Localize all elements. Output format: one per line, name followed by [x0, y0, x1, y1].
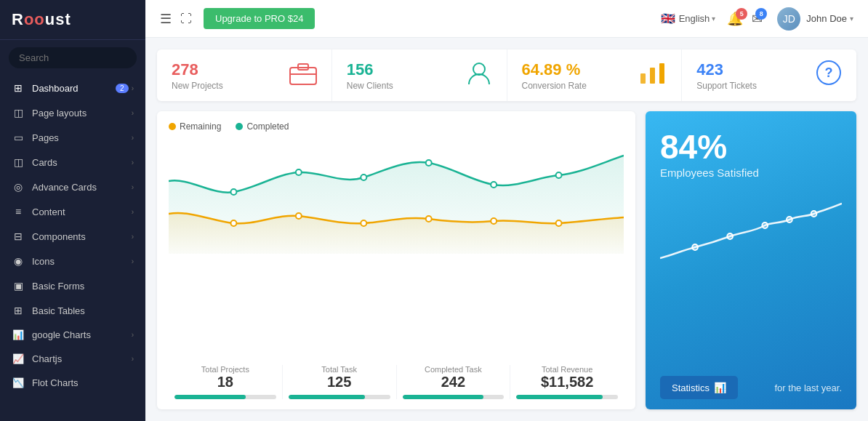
- sidebar-item-cards[interactable]: ◫ Cards ›: [0, 150, 145, 175]
- svg-rect-6: [659, 63, 664, 84]
- language-selector[interactable]: 🇬🇧 English ▾: [661, 12, 716, 25]
- stat-label: Total Revenue: [516, 365, 618, 374]
- sidebar-item-label: Page layouts: [32, 108, 132, 119]
- stat-value: 242: [403, 374, 505, 390]
- svg-point-18: [426, 216, 432, 222]
- sidebar-item-page-layouts[interactable]: ◫ Page layouts ›: [0, 100, 145, 125]
- sidebar-item-icons[interactable]: ◉ Icons ›: [0, 249, 145, 273]
- sidebar-item-content[interactable]: ≡ Content ›: [0, 199, 145, 224]
- statistics-label: Statistics: [672, 382, 710, 393]
- main-area: ☰ ⛶ Upgrade to PRO $24 🇬🇧 English ▾ 🔔 5 …: [145, 0, 868, 421]
- messages-button[interactable]: ✉ 8: [752, 11, 763, 27]
- stat-value: 278: [172, 60, 223, 79]
- stat-conversion-rate: 64.89 % Conversion Rate: [507, 49, 683, 101]
- sidebar-item-dashboard[interactable]: ⊞ Dashboard 2 ›: [0, 76, 145, 100]
- stat-value: 64.89 %: [522, 60, 587, 79]
- sidebar-item-pages[interactable]: ▭ Pages ›: [0, 125, 145, 150]
- legend-completed-label: Completed: [246, 121, 289, 132]
- svg-point-17: [361, 220, 366, 226]
- progress-fill: [516, 395, 603, 399]
- page-layouts-icon: ◫: [12, 107, 25, 119]
- svg-point-15: [230, 220, 236, 226]
- progress-bar: [174, 395, 276, 399]
- stat-total-task: Total Task 125: [283, 365, 397, 399]
- search-wrap: [0, 40, 145, 76]
- chevron-icon: ›: [132, 257, 134, 265]
- statistics-button[interactable]: Statistics 📊: [660, 376, 738, 399]
- chevron-icon: ›: [132, 233, 134, 241]
- chevron-icon: ›: [132, 208, 134, 216]
- stat-value: 18: [174, 374, 276, 390]
- avatar: JD: [777, 7, 800, 31]
- svg-point-11: [361, 175, 366, 180]
- upgrade-button[interactable]: Upgrade to PRO $24: [204, 8, 315, 29]
- conversion-rate-icon: [639, 60, 667, 90]
- satisfaction-label: Employees Satisfied: [660, 167, 842, 179]
- search-input[interactable]: [9, 47, 137, 68]
- user-menu[interactable]: JD John Doe ▾: [777, 7, 853, 31]
- sidebar-item-label: Icons: [32, 256, 132, 267]
- line-chart-svg: [169, 137, 624, 254]
- stats-row: 278 New Projects 156 New Clients: [157, 49, 856, 101]
- cards-icon: ◫: [12, 156, 25, 168]
- stat-label: Total Projects: [174, 365, 276, 374]
- expand-icon[interactable]: ⛶: [180, 12, 192, 25]
- sidebar-item-label: Advance Cards: [32, 182, 132, 193]
- svg-rect-4: [640, 73, 646, 84]
- new-clients-icon: [466, 60, 492, 91]
- svg-point-21: [692, 244, 698, 250]
- svg-point-20: [556, 220, 562, 226]
- sidebar-item-basic-forms[interactable]: ▣ Basic Forms: [0, 273, 145, 298]
- user-chevron-icon: ▾: [850, 15, 853, 23]
- chevron-icon: ›: [132, 84, 134, 92]
- sidebar-item-label: Chartjs: [32, 353, 132, 364]
- basic-forms-icon: ▣: [12, 280, 25, 292]
- stat-new-projects: 278 New Projects: [157, 49, 332, 101]
- google-charts-icon: 📊: [12, 329, 25, 340]
- sidebar-item-flot-charts[interactable]: 📉 Flot Charts: [0, 371, 145, 395]
- stat-value: $11,582: [516, 374, 618, 390]
- sidebar-item-basic-tables[interactable]: ⊞ Basic Tables: [0, 298, 145, 323]
- icons-icon: ◉: [12, 255, 25, 267]
- progress-bar: [403, 395, 505, 399]
- remaining-dot: [169, 123, 176, 130]
- svg-point-16: [296, 213, 302, 219]
- sidebar-item-components[interactable]: ⊟ Components ›: [0, 224, 145, 249]
- sidebar-item-label: Pages: [32, 132, 132, 143]
- sidebar-item-label: Components: [32, 231, 132, 242]
- svg-point-14: [556, 172, 562, 178]
- stat-info: 423 Support Tickets: [696, 60, 757, 91]
- svg-rect-5: [650, 68, 655, 84]
- chevron-icon: ›: [132, 331, 134, 339]
- topbar: ☰ ⛶ Upgrade to PRO $24 🇬🇧 English ▾ 🔔 5 …: [145, 0, 868, 38]
- svg-point-3: [473, 63, 485, 75]
- notifications-button[interactable]: 🔔 5: [727, 11, 743, 27]
- hamburger-icon[interactable]: ☰: [160, 11, 172, 27]
- stat-label: Support Tickets: [696, 81, 757, 91]
- stat-value: 125: [289, 374, 390, 390]
- chart-legend: Remaining Completed: [169, 121, 624, 132]
- user-name: John Doe: [806, 13, 847, 24]
- chart-svg-wrap: [169, 137, 624, 358]
- stat-label: Total Task: [289, 365, 390, 374]
- sidebar-item-google-charts[interactable]: 📊 google Charts ›: [0, 323, 145, 347]
- chevron-icon: ›: [132, 183, 134, 191]
- progress-fill: [289, 395, 365, 399]
- legend-remaining: Remaining: [169, 121, 221, 132]
- stat-new-clients: 156 New Clients: [332, 49, 507, 101]
- content-area: 278 New Projects 156 New Clients: [145, 38, 868, 421]
- stat-info: 278 New Projects: [172, 60, 223, 91]
- legend-completed: Completed: [236, 121, 289, 132]
- sidebar-item-chartjs[interactable]: 📈 Chartjs ›: [0, 347, 145, 371]
- stat-support-tickets: 423 Support Tickets ?: [682, 49, 856, 101]
- progress-fill: [403, 395, 484, 399]
- stat-info: 156 New Clients: [347, 60, 393, 91]
- svg-point-9: [230, 189, 236, 195]
- right-panel: 84% Employees Satisfied Statistics: [646, 111, 856, 409]
- bell-badge: 5: [736, 8, 747, 20]
- mail-badge: 8: [755, 8, 767, 20]
- chevron-icon: ›: [132, 159, 134, 167]
- progress-fill: [174, 395, 246, 399]
- sidebar-item-advance-cards[interactable]: ◎ Advance Cards ›: [0, 175, 145, 199]
- advance-cards-icon: ◎: [12, 181, 25, 193]
